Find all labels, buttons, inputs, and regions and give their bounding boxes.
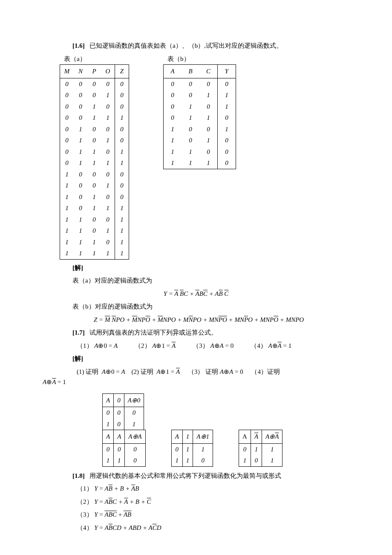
cell: 1 bbox=[87, 157, 101, 169]
cell: 0 bbox=[125, 455, 145, 466]
cell: 0 bbox=[87, 135, 101, 146]
table-row: 00000 bbox=[60, 78, 129, 90]
cell: 1 bbox=[182, 443, 193, 455]
cell: 0 bbox=[74, 169, 87, 180]
table-row: 000 bbox=[103, 443, 146, 455]
cell: 1 bbox=[115, 248, 129, 259]
table-row: 10010 bbox=[60, 180, 129, 191]
cell: 0 bbox=[74, 101, 87, 113]
cell: 0 bbox=[101, 146, 115, 158]
table-row: 1100 bbox=[164, 146, 236, 158]
cell: 0 bbox=[182, 135, 199, 146]
cell: 1 bbox=[182, 157, 199, 169]
cell: 0 bbox=[164, 78, 182, 90]
cell: 1 bbox=[87, 146, 101, 158]
table-b-body: 00000011010101101001101011001110 bbox=[164, 78, 236, 169]
table-b-caption: 表（b） bbox=[167, 54, 236, 64]
table-row: 1010 bbox=[164, 135, 236, 146]
eq2: （2） A⊕1 = A bbox=[135, 341, 176, 351]
cell: 0 bbox=[101, 101, 115, 113]
problem-text: 用逻辑代数的基本公式和常用公式将下列逻辑函数化为最简与或形式 bbox=[89, 472, 281, 479]
cell: 1 bbox=[262, 455, 282, 466]
th: Y bbox=[218, 65, 236, 78]
eq1: （1） A⊕0 = A bbox=[77, 341, 118, 351]
cell: 1 bbox=[171, 455, 182, 466]
cell: 1 bbox=[101, 90, 115, 101]
cell: 0 bbox=[182, 124, 199, 135]
table-row: 00111 bbox=[60, 112, 129, 124]
table-row: 0011 bbox=[164, 90, 236, 101]
th: O bbox=[101, 65, 115, 78]
cell: 1 bbox=[60, 180, 74, 191]
sol-b-text: 表（b）对应的逻辑函数式为 bbox=[43, 302, 349, 312]
cell: 1 bbox=[193, 443, 213, 455]
cell: 1 bbox=[115, 112, 129, 124]
cell: 0 bbox=[199, 146, 218, 158]
cell: 1 bbox=[74, 124, 87, 135]
truth-table-b: A B C Y 00000011010101101001101011001110 bbox=[163, 64, 236, 169]
truth-table-a: M N P O Z 000000001000100001110100001010… bbox=[60, 64, 129, 260]
cell: 1 bbox=[74, 225, 87, 237]
table-row: 000 bbox=[103, 407, 144, 419]
th: P bbox=[87, 65, 101, 78]
cell: 0 bbox=[87, 180, 101, 191]
table-row: 0000 bbox=[164, 78, 236, 90]
cell: 1 bbox=[115, 214, 129, 225]
cell: 1 bbox=[87, 191, 101, 203]
cell: 0 bbox=[199, 124, 218, 135]
cell: 0 bbox=[101, 214, 115, 225]
cell: 1 bbox=[164, 146, 182, 158]
cell: 1 bbox=[101, 112, 115, 124]
cell: 0 bbox=[218, 157, 236, 169]
cell: 1 bbox=[60, 248, 74, 259]
th: M bbox=[60, 65, 74, 78]
cell: 1 bbox=[251, 443, 262, 455]
sol-b-eq: Z = M NPO + MNPO + MNPO + MNPO + MNPO + … bbox=[43, 315, 349, 325]
cell: 0 bbox=[60, 90, 74, 101]
mini-table-group: A0A⊕0 000101 AAA⊕A 000110 A1A⊕1 011110 A… bbox=[102, 393, 349, 467]
cell: 0 bbox=[124, 407, 144, 419]
solution-label: [解] bbox=[43, 263, 349, 273]
cell: 1 bbox=[218, 101, 236, 113]
problem-text: 已知逻辑函数的真值表如表（a）、（b）,试写出对应的逻辑函数式。 bbox=[89, 42, 282, 49]
cell: 0 bbox=[74, 78, 87, 90]
cell: 1 bbox=[74, 214, 87, 225]
table-row: 01101 bbox=[60, 146, 129, 158]
cell: 0 bbox=[115, 78, 129, 90]
cell: 0 bbox=[251, 455, 262, 466]
cell: 1 bbox=[60, 237, 74, 248]
cell: 1 bbox=[87, 237, 101, 248]
mini2-body: 011110 bbox=[171, 443, 213, 466]
cell: 0 bbox=[60, 112, 74, 124]
cell: 0 bbox=[101, 169, 115, 180]
cell: 1 bbox=[87, 101, 101, 113]
cell: 1 bbox=[101, 135, 115, 146]
th: Z bbox=[115, 65, 129, 78]
table-row: 01000 bbox=[60, 124, 129, 135]
cell: 0 bbox=[103, 443, 114, 455]
table-row: 101 bbox=[239, 455, 282, 466]
table-row: 1110 bbox=[164, 157, 236, 169]
cell: 0 bbox=[193, 455, 213, 466]
th: N bbox=[74, 65, 87, 78]
cell: 0 bbox=[87, 225, 101, 237]
cell: 1 bbox=[87, 248, 101, 259]
cell: 1 bbox=[164, 135, 182, 146]
problem-label: [1.8] bbox=[72, 472, 85, 479]
mini-table-2: A1A⊕1 011110 bbox=[171, 430, 213, 467]
cell: 1 bbox=[60, 191, 74, 203]
cell: 1 bbox=[182, 112, 199, 124]
cell: 1 bbox=[199, 157, 218, 169]
cell: 0 bbox=[74, 180, 87, 191]
cell: 0 bbox=[60, 124, 74, 135]
eq3: （3） A⊕A = 0 bbox=[193, 341, 233, 351]
cell: 1 bbox=[218, 124, 236, 135]
cell: 0 bbox=[87, 78, 101, 90]
cell: 0 bbox=[182, 90, 199, 101]
cell: 1 bbox=[60, 202, 74, 214]
cell: 1 bbox=[87, 112, 101, 124]
eq4: （4） A⊕A = 1 bbox=[251, 341, 291, 351]
table-row: 110 bbox=[103, 455, 146, 466]
table-row: 0101 bbox=[164, 101, 236, 113]
table-row: 10100 bbox=[60, 191, 129, 203]
